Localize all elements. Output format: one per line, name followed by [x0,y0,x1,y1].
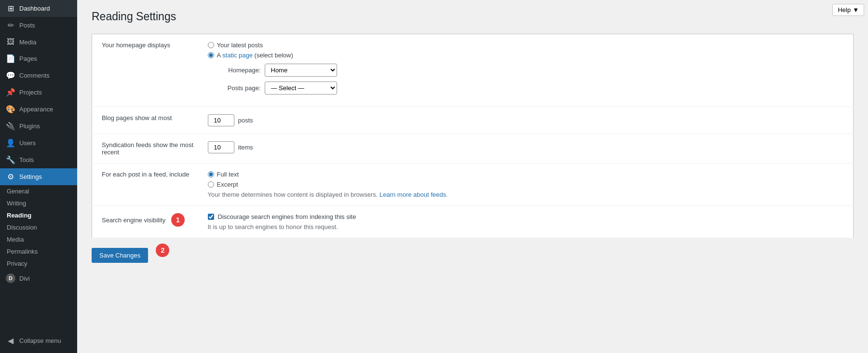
syndication-feeds-input[interactable] [208,141,234,153]
submenu-item-discussion[interactable]: Discussion [0,221,77,233]
save-changes-button[interactable]: Save Changes [92,248,148,263]
discourage-search-engines-label: Discourage search engines from indexing … [218,213,356,220]
homepage-displays-field: Your latest posts A static page (select … [203,34,854,107]
blog-pages-field: posts [203,107,854,134]
homepage-displays-label: Your homepage displays [92,34,203,107]
learn-more-feeds-link[interactable]: Learn more about feeds [380,191,446,198]
submenu-item-permalinks[interactable]: Permalinks [0,245,77,258]
projects-icon: 📌 [6,88,15,97]
sidebar-item-label: Tools [19,156,34,163]
search-visibility-field: Discourage search engines from indexing … [203,205,854,238]
page-title: Reading Settings [92,10,854,24]
discourage-search-engines-checkbox[interactable] [208,214,214,220]
feed-include-label: For each post in a feed, include [92,163,203,205]
submenu-item-general[interactable]: General [0,185,77,197]
radio-full-text-input[interactable] [208,171,214,177]
feed-include-row: For each post in a feed, include Full te… [92,163,854,205]
syndication-feeds-row: Syndication feeds show the most recent i… [92,134,854,163]
homepage-select-row: Homepage: Home About Contact [217,64,849,77]
collapse-icon: ◀ [6,336,15,345]
dashboard-icon: ⊞ [6,4,15,13]
sidebar-item-label: Dashboard [19,5,50,12]
submenu-item-reading[interactable]: Reading [0,209,77,221]
radio-excerpt-label: Excerpt [217,181,238,188]
sidebar-item-label: Pages [19,55,37,62]
sidebar-item-posts[interactable]: ✏ Posts [0,17,77,34]
blog-pages-input-row: posts [208,114,849,126]
search-visibility-badge: 1 [171,213,185,227]
help-arrow: ▼ [853,6,859,14]
tools-icon: 🔧 [6,155,15,164]
settings-submenu: General Writing Reading Discussion Media… [0,185,77,270]
posts-icon: ✏ [6,21,15,30]
pages-icon: 📄 [6,54,15,63]
homepage-displays-row: Your homepage displays Your latest posts… [92,34,854,107]
blog-pages-label: Blog pages show at most [92,107,203,134]
feed-description: Your theme determines how content is dis… [208,191,849,198]
radio-latest-posts: Your latest posts [208,41,849,49]
sidebar-item-comments[interactable]: 💬 Comments [0,67,77,84]
submenu-item-media[interactable]: Media [0,233,77,245]
blog-pages-input[interactable] [208,114,234,126]
appearance-icon: 🎨 [6,105,15,114]
posts-page-label: Posts page: [217,84,261,92]
posts-page-select[interactable]: — Select — Blog News [265,81,337,95]
syndication-feeds-input-row: items [208,141,849,153]
sidebar-item-dashboard[interactable]: ⊞ Dashboard [0,0,77,17]
static-page-link[interactable]: static page [222,52,253,59]
radio-latest-posts-input[interactable] [208,42,214,48]
sidebar-item-pages[interactable]: 📄 Pages [0,50,77,67]
homepage-select[interactable]: Home About Contact [265,64,337,77]
sidebar-item-label: Projects [19,89,42,96]
divi-label: Divi [19,275,30,282]
sidebar: ⊞ Dashboard ✏ Posts 🖼 Media 📄 Pages 💬 Co… [0,0,77,353]
posts-page-select-row: Posts page: — Select — Blog News [217,81,849,95]
search-visibility-label: Search engine visibility 1 [92,205,203,238]
search-visibility-description: It is up to search engines to honor this… [208,223,849,231]
blog-pages-suffix: posts [238,117,253,124]
submenu-item-writing[interactable]: Writing [0,197,77,209]
main-content: Reading Settings Your homepage displays … [77,0,868,353]
radio-latest-posts-label: Your latest posts [217,41,263,49]
sidebar-item-label: Plugins [19,122,40,130]
syndication-feeds-suffix: items [238,144,253,151]
sidebar-item-label: Comments [19,72,50,79]
sidebar-item-label: Users [19,139,36,147]
radio-static-page: A static page (select below) [208,52,849,59]
sidebar-item-label: Appearance [19,106,53,113]
homepage-select-label: Homepage: [217,67,261,74]
sidebar-item-label: Media [19,39,36,46]
sidebar-item-appearance[interactable]: 🎨 Appearance [0,101,77,118]
radio-static-page-label: A static page (select below) [217,52,293,59]
sidebar-item-tools[interactable]: 🔧 Tools [0,151,77,168]
homepage-selects: Homepage: Home About Contact Posts page:… [217,64,849,95]
syndication-feeds-field: items [203,134,854,163]
radio-static-page-input[interactable] [208,52,214,58]
save-badge: 2 [156,244,169,257]
help-button[interactable]: Help ▼ [832,4,864,16]
discourage-search-engines-row: Discourage search engines from indexing … [208,213,849,220]
collapse-label: Collapse menu [19,337,61,344]
sidebar-item-projects[interactable]: 📌 Projects [0,84,77,101]
divi-icon: D [6,273,15,283]
radio-excerpt: Excerpt [208,181,849,188]
settings-icon: ⚙ [6,172,15,181]
radio-excerpt-input[interactable] [208,181,214,188]
radio-full-text-label: Full text [217,171,239,178]
sidebar-item-users[interactable]: 👤 Users [0,135,77,151]
settings-table: Your homepage displays Your latest posts… [92,34,854,238]
media-icon: 🖼 [6,38,15,46]
submenu-item-privacy[interactable]: Privacy [0,258,77,270]
collapse-menu-button[interactable]: ◀ Collapse menu [0,332,77,349]
search-visibility-row: Search engine visibility 1 Discourage se… [92,205,854,238]
sidebar-item-settings[interactable]: ⚙ Settings [0,168,77,185]
sidebar-item-divi[interactable]: D Divi [0,270,77,287]
syndication-feeds-label: Syndication feeds show the most recent [92,134,203,163]
blog-pages-row: Blog pages show at most posts [92,107,854,134]
sidebar-item-label: Posts [19,22,35,29]
comments-icon: 💬 [6,71,15,80]
sidebar-item-plugins[interactable]: 🔌 Plugins [0,118,77,135]
users-icon: 👤 [6,138,15,148]
help-label: Help [838,6,851,14]
sidebar-item-media[interactable]: 🖼 Media [0,34,77,50]
